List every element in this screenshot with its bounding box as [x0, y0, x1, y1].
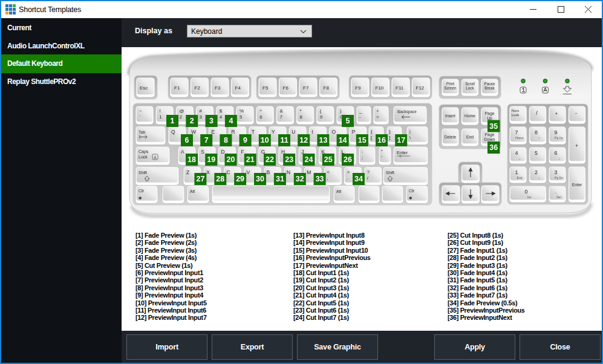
svg-text:Print: Print: [446, 82, 454, 86]
svg-text:F10: F10: [376, 85, 384, 91]
svg-text:Alt: Alt: [190, 189, 195, 193]
svg-text:17: 17: [397, 136, 405, 145]
svg-text:35: 35: [489, 122, 498, 131]
svg-text:Ins: Ins: [527, 195, 532, 199]
svg-text:Scroll: Scroll: [465, 82, 475, 86]
svg-text:F12: F12: [416, 85, 425, 91]
svg-text:R: R: [232, 129, 235, 135]
svg-text::: :: [362, 149, 363, 154]
svg-text:Esc: Esc: [140, 85, 148, 91]
svg-text:”: ”: [381, 149, 383, 154]
svg-text:): ): [340, 108, 342, 114]
svg-text:9: 9: [554, 129, 557, 135]
svg-text:F4: F4: [235, 85, 241, 91]
svg-text:Shift: Shift: [386, 171, 394, 175]
svg-text:Page: Page: [485, 132, 495, 137]
svg-text:End: End: [517, 176, 523, 180]
svg-text:|: |: [409, 129, 411, 134]
svg-text:9: 9: [320, 114, 323, 120]
svg-text:14: 14: [339, 136, 347, 145]
svg-text:4: 4: [229, 117, 233, 125]
svg-text:C: C: [226, 169, 230, 175]
svg-text:2: 2: [179, 114, 182, 120]
svg-text:?: ?: [367, 169, 370, 175]
svg-text:24: 24: [305, 155, 313, 164]
svg-text:@: @: [179, 108, 184, 114]
svg-text:.: .: [347, 175, 348, 181]
svg-text:]: ]: [389, 135, 390, 140]
svg-text:3: 3: [554, 169, 557, 175]
svg-text:7: 7: [515, 129, 518, 135]
svg-text:6: 6: [259, 114, 262, 120]
svg-text:D: D: [221, 149, 224, 155]
svg-text:0: 0: [524, 189, 527, 195]
svg-text:*: *: [555, 111, 558, 117]
svg-text:(: (: [320, 108, 322, 114]
svg-text:6: 6: [185, 136, 189, 145]
svg-text:3: 3: [209, 117, 213, 125]
svg-text:O: O: [332, 129, 336, 135]
svg-text:;: ;: [362, 155, 363, 160]
svg-text:!: !: [159, 108, 160, 114]
svg-text:7: 7: [279, 114, 282, 120]
svg-text:U: U: [292, 129, 295, 135]
svg-text:S: S: [201, 149, 204, 155]
svg-text:1: 1: [159, 114, 162, 120]
svg-text:’: ’: [381, 155, 382, 160]
svg-text:N: N: [287, 169, 290, 175]
svg-text:,: ,: [327, 175, 328, 181]
svg-text:27: 27: [196, 175, 204, 183]
svg-text:Home: Home: [515, 136, 524, 140]
svg-text:\: \: [409, 135, 411, 140]
svg-text:_: _: [359, 108, 362, 114]
svg-text:1: 1: [171, 117, 175, 125]
svg-text:Delete: Delete: [445, 135, 457, 139]
svg-text:36: 36: [489, 143, 498, 152]
svg-text:+: +: [575, 143, 578, 149]
svg-text:F9: F9: [355, 85, 361, 91]
svg-text:7: 7: [204, 136, 209, 145]
svg-text:Shift: Shift: [139, 171, 147, 175]
svg-text:F6: F6: [283, 85, 289, 91]
svg-text:Enter: Enter: [572, 183, 582, 187]
svg-text:Insert: Insert: [445, 114, 455, 118]
svg-text:F: F: [241, 149, 244, 155]
svg-text:9: 9: [243, 136, 247, 145]
svg-text:12: 12: [299, 136, 308, 145]
svg-text:Ctr: Ctr: [139, 189, 145, 193]
svg-text:%: %: [240, 108, 244, 114]
svg-text:22: 22: [266, 155, 274, 164]
svg-text:$: $: [220, 108, 223, 114]
svg-text:Page: Page: [485, 111, 495, 116]
svg-text:-: -: [359, 114, 361, 120]
svg-text:F3: F3: [215, 85, 221, 91]
svg-text:11: 11: [280, 136, 288, 145]
svg-text:>: >: [347, 169, 350, 175]
svg-text:F2: F2: [195, 85, 201, 91]
svg-text:↓: ↓: [538, 176, 540, 180]
svg-text:31: 31: [276, 175, 284, 183]
svg-text:10: 10: [261, 136, 269, 145]
svg-text:32: 32: [296, 175, 304, 183]
svg-text:A: A: [181, 149, 184, 155]
svg-text:M: M: [307, 169, 311, 175]
svg-text:Y: Y: [272, 129, 275, 135]
svg-text:←: ←: [518, 157, 521, 160]
svg-text:Lock: Lock: [466, 86, 474, 90]
svg-text:Break: Break: [484, 86, 495, 90]
svg-text:F11: F11: [396, 85, 404, 91]
svg-text:^: ^: [259, 108, 262, 114]
svg-text:*: *: [300, 108, 302, 114]
svg-text:Lock: Lock: [512, 113, 519, 117]
svg-text:=: =: [376, 114, 379, 120]
svg-text:2: 2: [190, 117, 194, 125]
svg-text:Q: Q: [171, 129, 175, 135]
svg-text:+: +: [376, 108, 379, 114]
svg-text:Backspace: Backspace: [397, 109, 417, 114]
svg-text:✱: ✱: [409, 196, 412, 200]
svg-text:33: 33: [316, 175, 324, 183]
svg-text:15: 15: [358, 136, 367, 145]
svg-text:End: End: [466, 135, 474, 139]
svg-text:X: X: [206, 169, 210, 175]
svg-text:5: 5: [346, 117, 350, 125]
